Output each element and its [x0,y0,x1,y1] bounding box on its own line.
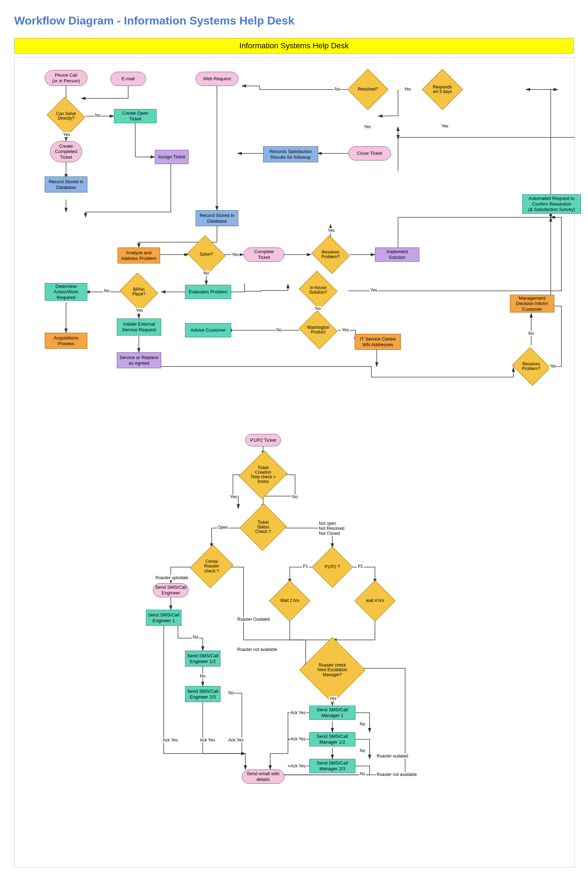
edge-label-ack6: Ack Yes [290,764,306,768]
node-determine: Determine Action/Work Required [45,283,87,301]
banner-title: Information Systems Help Desk [14,38,574,54]
node-advise-customer: Advise Customer [185,323,231,337]
edge-label-yes-5: Yes [231,252,240,257]
node-assign-ticket: Assign Ticket [155,150,189,164]
node-responds: Responds w/i 3 days [428,75,457,104]
node-create-completed: Create Completed Ticket [50,141,82,162]
node-inhouse: In-house Solution? [304,278,332,303]
node-wait2: Wait 2 hrs [276,587,304,615]
node-acquisitions: Acquisitions Process [45,333,87,349]
label-ticket-status: Ticket Status Check ? [255,520,271,534]
node-ticket-status: Ticket Status Check ? [247,510,279,544]
node-send-eng12: Send SMS/Call Engineer 1/2 [185,651,220,666]
node-resolved: Resolved? [354,75,382,104]
node-send-mgr1: Send SMS/Call Manager 1 [309,705,356,720]
node-create-open-ticket: Create Open Ticket [114,109,157,123]
node-resolves1: Resolves Problem? [316,242,345,267]
edge-label-roaster-na2: Roaster not available [376,772,418,777]
label-ticket-creation: Ticket Creation Time check > 5mins [250,465,276,484]
edge-label-yes-9: Yes [370,288,378,293]
label-roaster-check-mgr: Roaster check Next Escalation Manager? [317,663,347,677]
label-wait2: Wait 2 hrs [280,598,299,603]
label-resolves1: Resolves Problem? [321,250,339,259]
node-email: E-mail [110,72,146,86]
edge-label-roaster-uptodate: Roaster uptodate [155,575,189,580]
edge-label-yes-8: Yes [341,327,350,332]
node-implement: Implement Solution [375,248,419,262]
node-roaster-check-mgr: Roaster check Next Escalation Manager? [309,647,356,693]
node-phone-call: Phone Call (or in Person) [45,70,87,86]
edge-label-no-10: No [199,674,206,678]
edge-label-no-9: No [192,635,199,639]
edge-label-yes-11: Yes [230,494,238,499]
node-p1p2-q: P1/P2 ? [318,553,346,581]
label-can-solve: Can Solve Directly? [56,111,76,121]
node-central-roaster: Cental Roaster check ? [197,551,226,582]
node-initiate-external: Initiate External Service Request [117,318,161,336]
edge-label-ack5: Ack Yes [290,737,306,741]
edge-label-no-2: No [334,87,341,92]
node-send-email: Send email with details [242,770,284,784]
edge-label-yes-6: Yes [327,228,336,233]
edge-label-no-6: No [315,306,321,311]
label-responds: Responds w/i 3 days [433,85,452,94]
diagram-container: Phone Call (or in Person) E-mail Web Req… [14,57,574,867]
edge-label-roaster-outdated: Roaster Oudated [237,617,270,622]
node-p1p2-ticket: P1/P2 Ticket [245,434,281,446]
edge-label-no-13: No [359,748,366,753]
edge-label-no-3: No [203,270,210,276]
edge-label-no-1: No [94,113,101,118]
node-ticket-creation: Ticket Creation Time check > 5mins [247,457,279,492]
node-complete-ticket: Complete Ticket [244,248,284,262]
edge-label-open: Open [217,525,229,530]
label-central-roaster: Cental Roaster check ? [204,559,219,573]
node-automated-request: Automated Request to Confirm Resolution … [522,194,581,214]
edge-label-roaster-na: Roaster not available [237,647,278,652]
edge-label-no-12: No [359,722,366,726]
edge-label-ack2: Ack Yes [199,738,216,743]
node-record-db1: Record Stored in Database [45,177,87,192]
edge-label-no-7: No [528,331,534,336]
node-record-db2: Record Stored in Database [196,210,238,226]
edge-label-yes-10: Yes [549,364,558,369]
node-close-ticket: Close Ticket [348,146,391,161]
node-send-eng23: Send SMS/Call Engineer 2/3 [185,686,220,702]
edge-label-ack4: Ack Yes [290,710,306,715]
node-send-eng1: Send SMS/Call Engineer 1 [146,610,182,626]
edge-label-yes-2: Yes [404,87,412,92]
label-solve: Solve? [200,252,213,257]
node-service-replace: Service or Replace as Agreed [117,352,161,368]
label-washington: Washington Product [307,325,330,335]
node-washington: Washington Product [304,317,332,342]
edge-label-not-open: Not open Not Resolved Not Closed [318,521,345,536]
edge-label-yes-1: Yes [63,132,71,137]
edge-label-no-5: No [276,327,282,332]
edge-label-no-8: No [291,494,298,499]
node-send-mgr12: Send SMS/Call Manager 1/2 [309,732,356,746]
label-inhouse: In-house Solution? [309,285,327,295]
node-records-satisfaction: Records Satisfaction Results for followu… [263,146,318,162]
edge-label-ack1: Ack Yes [162,738,178,743]
edge-label-no-11: No [228,690,234,695]
edge-label-yes-7: Yes [135,308,144,313]
node-send-sms-engineer: Send SMS/Call Engineer [153,583,189,597]
label-p1p2-q: P1/P2 ? [325,564,340,569]
edge-label-roaster-outdated2: Roaster oudated [376,753,409,758]
page-title: Workflow Diagram - Information Systems H… [14,14,574,27]
node-send-mgr23: Send SMS/Call Manager 2/3 [309,759,356,773]
edges-svg [15,57,574,867]
edge-label-yes-4: Yes [441,123,449,129]
node-can-solve: Can Solve Directly? [52,104,80,129]
edge-label-p1: P1 [302,564,309,569]
edge-label-yes-3: Yes [363,124,372,129]
edge-label-ack3: Ack Yes [228,738,244,743]
node-mgmt-decision: Management Decision Inform Customer [510,295,554,312]
node-resolves2: Resolves Problem? [517,354,545,379]
node-web-request: Web Request [196,72,238,86]
node-wait4: wait 4 hrs [361,587,389,615]
edge-label-p2: P2 [357,564,364,569]
label-bpa: BPAin Place? [132,287,146,297]
node-solve: Solve? [192,242,220,267]
node-evaluates: Evaluates Problem [185,285,231,299]
node-analyze: Analyze and Address Problem [117,248,160,264]
